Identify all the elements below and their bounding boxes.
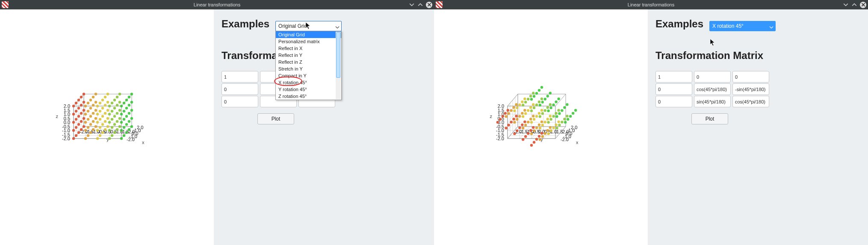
plot-button-right[interactable]: Plot [691,113,728,124]
svg-point-181 [106,101,109,103]
maximize-icon[interactable] [851,2,857,8]
svg-point-275 [513,109,516,112]
svg-point-295 [507,112,510,115]
maximize-icon[interactable] [417,2,423,8]
scrollbar-thumb[interactable] [336,32,340,78]
matrix-r0c0[interactable] [655,71,692,83]
svg-point-134 [113,123,116,126]
svg-point-171 [83,101,85,103]
matrix-r1c0[interactable] [221,83,258,95]
matrix-r1c2[interactable] [732,83,769,95]
svg-point-341 [546,129,549,132]
plot-3d-left[interactable]: 2.01.51.00.50.0-0.5-1.0-1.5-2.0-2.0-1.5-… [4,31,188,193]
matrix-r2c1[interactable] [694,96,731,107]
svg-point-343 [529,118,532,120]
plot-button-left[interactable]: Plot [257,113,294,124]
svg-point-357 [563,106,566,109]
svg-point-79 [96,129,99,132]
svg-point-145 [80,112,83,115]
option-reflect-x[interactable]: Reflect in X [276,45,341,52]
svg-point-290 [499,118,502,121]
close-icon[interactable] [860,2,866,8]
option-x-rotation-45[interactable]: X rotation 45° [276,79,341,86]
svg-point-350 [521,100,523,103]
svg-point-309 [541,100,544,103]
matrix-r2c0[interactable] [655,96,692,107]
titlebar-left[interactable]: Linear transformations [0,0,434,9]
matrix-r2c2[interactable] [732,96,769,107]
plot-3d-right[interactable]: 2.01.51.00.50.0-0.5-1.0-1.5-2.0-2.0-1.5-… [438,31,622,193]
svg-point-129 [101,123,104,126]
matrix-r0c0[interactable] [221,71,258,83]
svg-point-339 [512,118,515,120]
svg-point-354 [538,100,540,103]
svg-point-358 [555,100,557,103]
svg-point-165 [128,112,130,115]
svg-point-301 [558,124,561,126]
svg-point-192 [130,93,133,95]
select-display-text: Original Grid [278,23,307,29]
window-right: Linear transformations 2.01.51.00.50.0-0… [434,0,868,245]
matrix-r1c0[interactable] [655,83,692,95]
svg-point-379 [540,97,543,100]
option-z-rotation-45[interactable]: Z rotation 45° [276,93,341,100]
matrix-r2c0[interactable] [221,96,258,107]
svg-text:x: x [576,140,579,145]
option-reflect-y[interactable]: Reflect in Y [276,52,341,59]
svg-point-268 [522,127,524,129]
svg-point-117 [123,102,125,104]
svg-point-103 [99,134,101,137]
dropdown-scrollbar[interactable] [336,32,341,99]
svg-point-369 [523,109,526,112]
svg-text:-2.0: -2.0 [62,136,70,141]
option-y-rotation-45[interactable]: Y rotation 45° [276,86,341,93]
examples-select-right[interactable]: X rotation 45° [709,21,776,31]
svg-point-126 [89,107,92,109]
examples-label: Examples [655,18,703,30]
svg-point-109 [111,126,113,129]
svg-point-147 [80,96,83,98]
svg-point-119 [77,123,80,126]
svg-point-304 [533,106,535,109]
svg-point-327 [552,115,555,118]
svg-point-78 [96,137,99,140]
svg-point-74 [84,129,87,132]
svg-point-263 [513,133,516,135]
matrix-heading-partial: Transforma [221,50,278,62]
window-title: Linear transformations [434,2,868,7]
plot-area-left: 2.01.51.00.50.0-0.5-1.0-1.5-2.0-2.0-1.5-… [0,9,214,245]
svg-point-262 [522,138,524,141]
option-compact-y[interactable]: Compact in Y [276,72,341,79]
svg-point-375 [523,97,526,100]
svg-point-299 [524,112,527,115]
examples-label: Examples [221,18,269,30]
option-original-grid[interactable]: Original Grid [276,31,341,38]
svg-point-269 [513,121,516,124]
svg-point-87 [108,105,111,107]
svg-point-286 [533,141,535,144]
svg-point-142 [125,99,128,101]
svg-point-292 [533,130,535,132]
svg-point-316 [544,132,546,135]
svg-point-308 [549,106,552,109]
svg-point-90 [120,121,123,124]
option-personalized-matrix[interactable]: Personalized matrix [276,38,341,45]
titlebar-right[interactable]: Linear transformations [434,0,868,9]
close-icon[interactable] [426,2,432,8]
svg-point-148 [92,128,94,131]
matrix-r1c1[interactable] [694,83,731,95]
matrix-r0c1[interactable] [694,71,731,83]
minimize-icon[interactable] [409,2,415,8]
svg-point-76 [84,113,87,115]
option-reflect-z[interactable]: Reflect in Z [276,59,341,65]
svg-point-133 [113,131,116,134]
svg-point-381 [574,109,577,112]
matrix-r0c2[interactable] [732,71,769,83]
svg-point-162 [116,96,118,98]
svg-point-187 [118,93,121,95]
minimize-icon[interactable] [843,2,849,8]
svg-point-345 [512,106,515,109]
svg-point-120 [77,115,80,118]
option-stretch-y[interactable]: Stretch in Y [276,65,341,72]
examples-select-left[interactable]: Original Grid Original Grid Personalized… [275,21,342,31]
